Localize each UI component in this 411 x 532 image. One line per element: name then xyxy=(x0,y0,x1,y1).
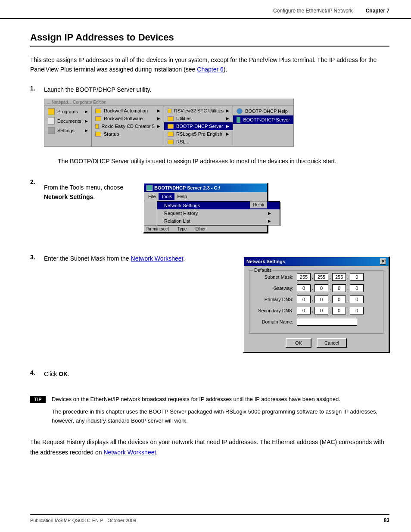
dialog-title: Network Settings xyxy=(246,259,285,264)
step-3-area: Enter the Subnet Mask from the Network W… xyxy=(44,254,389,353)
win-item-startup: Startup xyxy=(92,130,164,138)
folder-icon-7 xyxy=(168,116,174,121)
step-1-block: 1. Launch the BOOTP/DHCP Server utility.… xyxy=(30,85,389,166)
docs-icon xyxy=(48,118,55,124)
domain-name-input[interactable] xyxy=(297,318,357,326)
step-3-block: 3. Enter the Subnet Mask from the Networ… xyxy=(30,254,389,357)
arrow-icon-2: ▶ xyxy=(85,119,88,123)
gw-octet-1[interactable]: 0 xyxy=(297,284,311,292)
pdns-octet-4[interactable]: 0 xyxy=(350,296,364,303)
sdns-octet-2[interactable]: 0 xyxy=(314,307,328,314)
folder-icon-8 xyxy=(168,124,174,129)
primary-dns-label: Primary DNS: xyxy=(254,297,297,302)
secondary-dns-label: Secondary DNS: xyxy=(254,308,297,313)
step-4-content: Click OK. xyxy=(44,369,389,383)
win-col-2: Rockwell Automation ▶ Rockwell Software … xyxy=(92,106,164,146)
domain-name-label: Domain Name: xyxy=(254,319,297,324)
primary-dns-fields: 0 . 0 . 0 . 0 xyxy=(297,296,364,303)
table-col-type: Type xyxy=(177,227,187,231)
subnet-mask-label: Subnet Mask: xyxy=(254,274,297,280)
gw-octet-2[interactable]: 0 xyxy=(314,284,328,292)
gateway-row: Gateway: 0 . 0 . 0 . 0 xyxy=(254,284,379,292)
ok-button[interactable]: OK xyxy=(286,338,311,348)
subnet-octet-3[interactable]: 255 xyxy=(332,273,346,281)
win-item-utilities: Utilities ▶ xyxy=(164,115,233,122)
step-3-content: Enter the Subnet Mask from the Network W… xyxy=(44,254,389,357)
subnet-octet-2[interactable]: 255 xyxy=(314,273,328,281)
bootp-window-container: From the Tools menu, choose Network Sett… xyxy=(44,183,389,233)
sdns-octet-3[interactable]: 0 xyxy=(332,307,346,314)
win-col-1: Programs ▶ Documents ▶ Settings xyxy=(44,106,92,146)
server-icon xyxy=(237,117,240,123)
win-item-bootp-help: BOOTP-DHCP Help xyxy=(233,107,293,115)
pdns-octet-2[interactable]: 0 xyxy=(314,296,328,303)
tip-box: TIP Devices on the EtherNet/IP network b… xyxy=(30,395,389,429)
step-1-description: The BOOTP/DHCP Server utility is used to… xyxy=(58,156,389,166)
bootp-help-menu[interactable]: Help xyxy=(174,193,190,200)
win-item-documents: Documents ▶ xyxy=(44,116,91,126)
bootp-table-header: [hr:min:sec] Type Ether xyxy=(144,225,267,232)
step-2-content: From the Tools menu, choose Network Sett… xyxy=(44,178,389,242)
network-worksheet-link-2[interactable]: Network Worksheet xyxy=(103,449,156,456)
tools-dropdown-area: Network Settings Request History ▶ Relat… xyxy=(144,201,267,225)
folder-icon-2 xyxy=(95,109,101,113)
tip-line-2: The procedure in this chapter uses the B… xyxy=(52,408,389,426)
gw-octet-4[interactable]: 0 xyxy=(350,284,364,292)
step-1-text: Launch the BOOTP/DHCP Server utility. xyxy=(44,85,389,94)
footer-publication: Publication IASIMP-QS001C-EN-P - October… xyxy=(30,518,136,523)
arrow-icon-6: ▶ xyxy=(157,124,160,128)
subnet-mask-fields: 255 . 255 . 255 . 0 xyxy=(297,273,364,281)
network-worksheet-link-1[interactable]: Network Worksheet xyxy=(131,255,184,262)
win-menu-screenshot: ... Notepad... Corporate Edition Program… xyxy=(44,99,294,147)
chapter6-link[interactable]: Chapter 6 xyxy=(197,66,223,73)
win-col-4: BOOTP-DHCP Help BOOTP-DHCP Server xyxy=(233,106,293,146)
folder-icon-5 xyxy=(95,132,101,137)
bootp-window: BOOTP/DHCP Server 2.3 - C:\ File Tools H… xyxy=(143,183,268,233)
pdns-octet-3[interactable]: 0 xyxy=(332,296,346,303)
subnet-octet-1[interactable]: 255 xyxy=(297,273,311,281)
folder-icon-6 xyxy=(168,109,171,113)
win-item-bootp-server: BOOTP-DHCP Server xyxy=(233,115,293,124)
arrow-icon-9: ▶ xyxy=(226,124,229,128)
intro-paragraph: This step assigns IP addresses to all of… xyxy=(30,55,389,75)
pdns-octet-1[interactable]: 0 xyxy=(297,296,311,303)
closing-paragraph: The Request History displays all the dev… xyxy=(30,437,389,458)
win-item-rsl: RSL... xyxy=(164,138,233,146)
step-2-text: From the Tools menu, choose Network Sett… xyxy=(44,183,139,202)
gw-octet-3[interactable]: 0 xyxy=(332,284,346,292)
request-history-menu-item[interactable]: Request History ▶ xyxy=(157,209,280,217)
folder-icon xyxy=(48,108,55,115)
step-4-number: 4. xyxy=(30,369,44,376)
table-col-time: [hr:min:sec] xyxy=(146,227,169,231)
step-3-number: 3. xyxy=(30,254,44,261)
dialog-buttons: OK Cancel xyxy=(249,338,383,348)
step-4-text: Click OK. xyxy=(44,369,389,379)
win-item-rsview: RSView32 SPC Utilities ▶ xyxy=(164,107,233,115)
arrow-icon-3: ▶ xyxy=(85,128,88,133)
dialog-close-button[interactable]: ✕ xyxy=(380,258,386,264)
help-icon xyxy=(237,108,243,114)
cancel-button[interactable]: Cancel xyxy=(317,338,347,348)
folder-icon-4 xyxy=(95,124,99,129)
win-col-3: RSView32 SPC Utilities ▶ Utilities ▶ BOO… xyxy=(164,106,233,146)
relati-label: Relati xyxy=(250,201,267,208)
request-history-label: Request History xyxy=(164,211,198,216)
bootp-file-menu[interactable]: File xyxy=(146,193,159,200)
win-item-settings: Settings ▶ xyxy=(44,126,91,135)
sdns-octet-1[interactable]: 0 xyxy=(297,307,311,314)
tip-line-1: Devices on the EtherNet/IP network broad… xyxy=(52,395,389,404)
network-settings-label: Network Settings xyxy=(164,203,200,208)
bootp-tools-menu[interactable]: Tools xyxy=(159,193,175,200)
step-2-number: 2. xyxy=(30,178,44,185)
table-col-ether: Ether xyxy=(195,227,206,231)
relation-list-menu-item[interactable]: Relation List ▶ xyxy=(157,217,280,225)
subnet-octet-4[interactable]: 0 xyxy=(350,273,364,281)
page-container: Configure the EtherNet/IP Network Chapte… xyxy=(0,0,411,532)
sdns-octet-4[interactable]: 0 xyxy=(350,307,364,314)
step-1-number: 1. xyxy=(30,85,44,92)
step-3-text: Enter the Subnet Mask from the Network W… xyxy=(44,254,234,268)
header-breadcrumb: Configure the EtherNet/IP Network xyxy=(273,8,353,14)
step-4-block: 4. Click OK. xyxy=(30,369,389,383)
folder-icon-10 xyxy=(168,140,174,144)
gateway-label: Gateway: xyxy=(254,286,297,291)
